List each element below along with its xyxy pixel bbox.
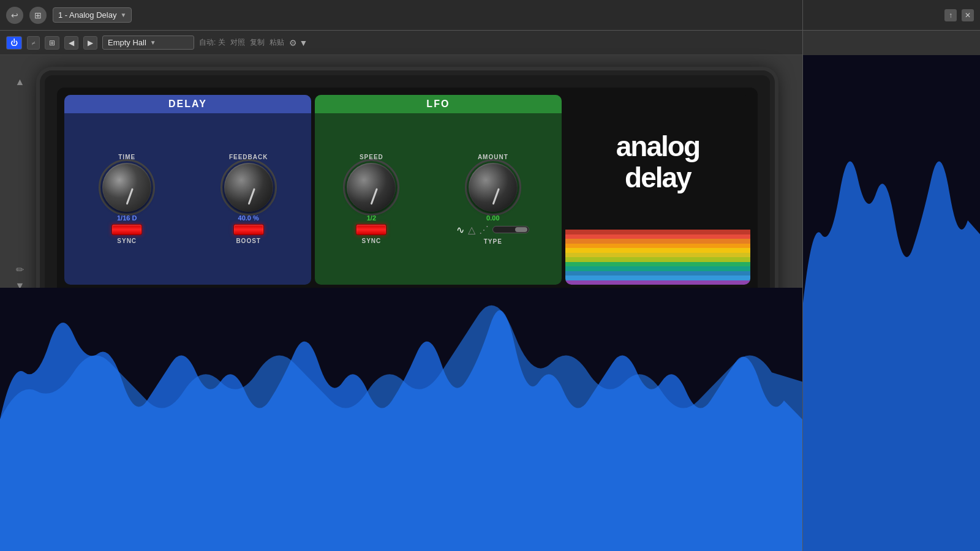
time-sync-led[interactable]	[111, 224, 142, 235]
right-close-icon[interactable]: ✕	[962, 9, 974, 21]
preset-name: Empty Hall	[108, 38, 146, 47]
feedback-knob-container: FEEDBACK 40.0 % BOOST	[224, 154, 273, 244]
lfo-section: LFO SPEED 1/2 SYNC	[315, 95, 562, 285]
headphones-button[interactable]: ⌿	[27, 36, 40, 50]
stripe-7	[565, 257, 750, 262]
stripe-2	[565, 234, 750, 239]
time-knob[interactable]	[102, 163, 151, 212]
bottom-waveform-area	[0, 288, 802, 551]
stripe-3	[565, 239, 750, 244]
feedback-knob-wrap[interactable]	[224, 163, 273, 212]
gear-icon[interactable]: ⚙ ▼	[289, 38, 308, 48]
pencil-icon[interactable]: ✏	[16, 264, 24, 276]
time-sync-label: SYNC	[117, 238, 137, 244]
lfo-type-label: TYPE	[484, 238, 502, 245]
logo-line1: analog	[616, 131, 699, 162]
next-preset-button[interactable]: ▶	[83, 36, 97, 50]
power-button[interactable]: ⏻	[6, 36, 22, 50]
scroll-up-icon[interactable]: ▲	[15, 77, 25, 88]
save-button[interactable]: ⊞	[45, 36, 59, 50]
feedback-knob[interactable]	[224, 163, 273, 212]
plugin-selector[interactable]: 1 - Analog Delay ▼	[53, 7, 132, 23]
speed-knob-wrap[interactable]	[347, 163, 396, 212]
preset-arrow: ▼	[150, 39, 156, 46]
logo-line2: delay	[616, 162, 699, 193]
wave-sawtooth-icon[interactable]: ⋰	[479, 224, 489, 236]
right-up-icon[interactable]: ↑	[944, 9, 957, 21]
feedback-boost-led[interactable]	[233, 224, 264, 235]
auto-label: 自动: 关	[199, 37, 225, 48]
amount-knob-container: AMOUNT 0.00 ∿ △ ⋰	[456, 154, 529, 245]
delay-body: TIME 1/16 D SYNC FEEDBACK	[64, 113, 311, 285]
right-panel: ↑ ✕ 109.3 109.4	[802, 0, 980, 551]
speed-knob-container: SPEED 1/2 SYNC	[347, 154, 396, 244]
rainbow-bar	[565, 230, 750, 285]
copy-label: 复制	[250, 37, 265, 48]
grid-icon[interactable]: ⊞	[29, 7, 47, 24]
lfo-sync-label: SYNC	[361, 238, 381, 244]
waveform-svg	[0, 288, 802, 551]
compare-label: 对照	[230, 37, 245, 48]
time-knob-wrap[interactable]	[102, 163, 151, 212]
top-row: DELAY TIME 1/16 D SYNC	[64, 95, 750, 285]
amount-knob-wrap[interactable]	[469, 163, 518, 212]
logo-section: analog delay	[565, 95, 750, 285]
wave-triangle-icon[interactable]: △	[468, 224, 475, 236]
delay-header: DELAY	[64, 95, 311, 113]
waveform-selector: ∿ △ ⋰	[456, 224, 529, 236]
stripe-10	[565, 271, 750, 276]
plugin-selector-arrow: ▼	[120, 12, 126, 18]
stripe-6	[565, 253, 750, 258]
stripe-11	[565, 276, 750, 280]
time-knob-container: TIME 1/16 D SYNC	[102, 154, 151, 244]
lfo-header: LFO	[315, 95, 562, 113]
stripe-12	[565, 280, 750, 285]
right-waveform	[803, 55, 980, 551]
speed-knob[interactable]	[347, 163, 396, 212]
preset-selector[interactable]: Empty Hall ▼	[102, 36, 194, 50]
wave-sine-icon[interactable]: ∿	[456, 224, 464, 236]
stripe-4	[565, 244, 750, 249]
stripe-8	[565, 262, 750, 267]
prev-preset-button[interactable]: ◀	[64, 36, 78, 50]
paste-label: 粘贴	[270, 37, 284, 48]
logo-text: analog delay	[616, 131, 699, 193]
right-panel-header: ↑ ✕	[803, 0, 980, 31]
stripe-1	[565, 230, 750, 234]
plugin-selector-label: 1 - Analog Delay	[58, 10, 116, 20]
delay-section: DELAY TIME 1/16 D SYNC	[64, 95, 311, 285]
back-icon[interactable]: ↩	[6, 7, 23, 24]
right-waveform-svg	[803, 55, 980, 551]
stripe-5	[565, 248, 750, 253]
left-panel: ▲ ✏ ▼ 3	[0, 70, 40, 315]
wave-slider[interactable]	[492, 226, 529, 233]
lfo-sync-led[interactable]	[356, 224, 386, 235]
lfo-body: SPEED 1/2 SYNC AMOUNT	[315, 113, 562, 285]
wave-slider-thumb	[515, 227, 527, 232]
amount-knob[interactable]	[469, 163, 518, 212]
logo-area: analog delay	[565, 95, 750, 230]
stripe-9	[565, 266, 750, 271]
feedback-boost-label: BOOST	[236, 238, 261, 244]
